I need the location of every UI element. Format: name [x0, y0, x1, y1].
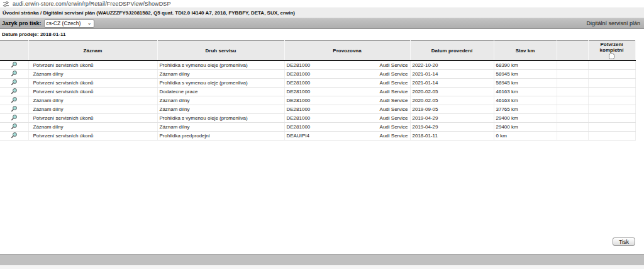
datum-provedeni-cell: 2019-04-29	[410, 123, 494, 132]
stav-km-cell: 29400 km	[494, 123, 557, 132]
header-potvrzeni-kompletni: Potvrzení kompletní	[588, 41, 635, 61]
zaznam-cell: Záznam dílny	[28, 105, 157, 114]
table-row: Potvrzení servisních úkonů Prohlidka s v…	[0, 79, 635, 88]
provozovna-name: Audi Service	[380, 80, 408, 86]
provozovna-name: Audi Service	[380, 71, 408, 77]
gap-cell	[557, 105, 588, 114]
row-detail-cell	[0, 70, 28, 79]
header-stav-km: Stav km	[494, 41, 557, 61]
provozovna-code: DE281000	[287, 71, 311, 77]
gap-cell	[557, 60, 588, 70]
header-icon-column	[0, 41, 28, 61]
gap-cell	[557, 79, 588, 88]
magnifier-icon[interactable]	[11, 114, 18, 121]
potvrzeni-cell	[588, 114, 635, 123]
table-row: Záznam dílny Záznam dílny DE281000 Audi …	[0, 70, 635, 79]
print-button[interactable]: Tisk	[613, 238, 635, 246]
datum-provedeni-cell: 2022-10-20	[410, 60, 494, 70]
provozovna-name: Audi Service	[380, 106, 408, 112]
druh-servisu-cell: Záznam dílny	[157, 96, 284, 105]
url-bar[interactable]: audi.erwin-store.com/erwin/rp/Retail/Fre…	[0, 0, 644, 8]
bottom-tabstrip: Potvrzení servisních úkonů (tabulky údrž…	[0, 254, 644, 265]
zaznam-cell: Potvrzení servisních úkonů	[28, 79, 157, 88]
zaznam-cell: Záznam dílny	[28, 96, 157, 105]
gap-cell	[557, 88, 588, 96]
magnifier-icon[interactable]	[11, 123, 18, 130]
provozovna-cell: DE281000 Audi Service	[284, 114, 410, 123]
druh-servisu-cell: Záznam dílny	[157, 70, 284, 79]
potvrzeni-cell	[588, 123, 635, 132]
stav-km-cell: 68390 km	[494, 60, 557, 70]
provozovna-code: DE281000	[287, 89, 311, 94]
table-row: Potvrzení servisních úkonů Prohlidka s v…	[0, 60, 635, 70]
language-select[interactable]: cs-CZ (Czech) ⌄	[44, 20, 94, 28]
magnifier-icon[interactable]	[11, 79, 18, 86]
row-detail-cell	[0, 79, 28, 88]
stav-km-cell: 29400 km	[494, 114, 557, 123]
row-detail-cell	[0, 132, 28, 140]
druh-servisu-cell: Prohlidka s vymenou oleje (promenliva)	[157, 114, 284, 123]
potvrzeni-cell	[588, 96, 635, 105]
gap-cell	[557, 114, 588, 123]
provozovna-name: Audi Service	[380, 133, 408, 139]
potvrzeni-cell	[588, 88, 635, 96]
bottom-strip	[0, 265, 644, 269]
gap-cell	[557, 70, 588, 79]
table-row: Potvrzení servisních úkonů Prohlidka pre…	[0, 132, 635, 140]
magnifier-icon[interactable]	[11, 96, 18, 103]
sale-date: Datum prodeje: 2018-01-11	[0, 29, 644, 37]
magnifier-icon[interactable]	[11, 61, 18, 68]
row-detail-cell	[0, 105, 28, 114]
stav-km-cell: 0 km	[494, 132, 557, 140]
datum-provedeni-cell: 2021-01-14	[410, 79, 494, 88]
breadcrumb: Úvodní stránka / Digitální servisní plán…	[0, 8, 644, 18]
provozovna-cell: DE281000 Audi Service	[284, 79, 410, 88]
provozovna-cell: DE281000 Audi Service	[284, 60, 410, 70]
datum-provedeni-cell: 2019-04-29	[410, 114, 494, 123]
provozovna-cell: DE281000 Audi Service	[284, 88, 410, 96]
potvrzeni-cell	[588, 60, 635, 70]
page-title: Digitální servisní plán	[586, 20, 640, 26]
druh-servisu-cell: Záznam dílny	[157, 105, 284, 114]
druh-servisu-cell: Prohlidka predprodejni	[157, 132, 284, 140]
provozovna-code: DE281000	[287, 98, 311, 103]
header-datum-provedeni: Datum provedení	[410, 41, 494, 61]
header-zaznam: Záznam	[28, 41, 157, 61]
provozovna-name: Audi Service	[380, 124, 408, 130]
potvrzeni-kompletni-checkbox[interactable]	[609, 54, 614, 59]
site-settings-icon[interactable]	[3, 1, 9, 8]
provozovna-name: Audi Service	[380, 115, 408, 121]
magnifier-icon[interactable]	[11, 88, 18, 94]
zaznam-cell: Potvrzení servisních úkonů	[28, 132, 157, 140]
chevron-down-icon: ⌄	[87, 21, 92, 25]
provozovna-code: DE281000	[287, 62, 311, 68]
service-records-table: Záznam Druh servisu Provozovna Datum pro…	[0, 40, 636, 140]
provozovna-cell: DE281000 Audi Service	[284, 105, 410, 114]
stav-km-cell: 46163 km	[494, 88, 557, 96]
header-provozovna: Provozovna	[284, 41, 410, 61]
magnifier-icon[interactable]	[11, 132, 18, 139]
zaznam-cell: Potvrzení servisních úkonů	[28, 88, 157, 96]
gap-cell	[557, 123, 588, 132]
magnifier-icon[interactable]	[11, 105, 18, 112]
gap-cell	[557, 132, 588, 140]
provozovna-cell: DE281000 Audi Service	[284, 123, 410, 132]
magnifier-icon[interactable]	[11, 70, 18, 77]
provozovna-cell: DE281000 Audi Service	[284, 70, 410, 79]
potvrzeni-cell	[588, 79, 635, 88]
stav-km-cell: 46163 km	[494, 96, 557, 105]
zaznam-cell: Záznam dílny	[28, 70, 157, 79]
datum-provedeni-cell: 2020-02-05	[410, 96, 494, 105]
table-row: Záznam dílny Záznam dílny DE281000 Audi …	[0, 105, 635, 114]
provozovna-code: DE281000	[287, 80, 311, 86]
table-header-row: Záznam Druh servisu Provozovna Datum pro…	[0, 41, 635, 61]
provozovna-name: Audi Service	[380, 98, 408, 103]
provozovna-cell: DE281000 Audi Service	[284, 96, 410, 105]
row-detail-cell	[0, 96, 28, 105]
provozovna-code: DE281000	[287, 115, 311, 121]
provozovna-name: Audi Service	[380, 62, 408, 68]
table-row: Záznam dílny Záznam dílny DE281000 Audi …	[0, 123, 635, 132]
main-content: Datum prodeje: 2018-01-11 Záznam Druh se…	[0, 29, 644, 254]
header-druh-servisu: Druh servisu	[157, 41, 284, 61]
druh-servisu-cell: Záznam dílny	[157, 123, 284, 132]
